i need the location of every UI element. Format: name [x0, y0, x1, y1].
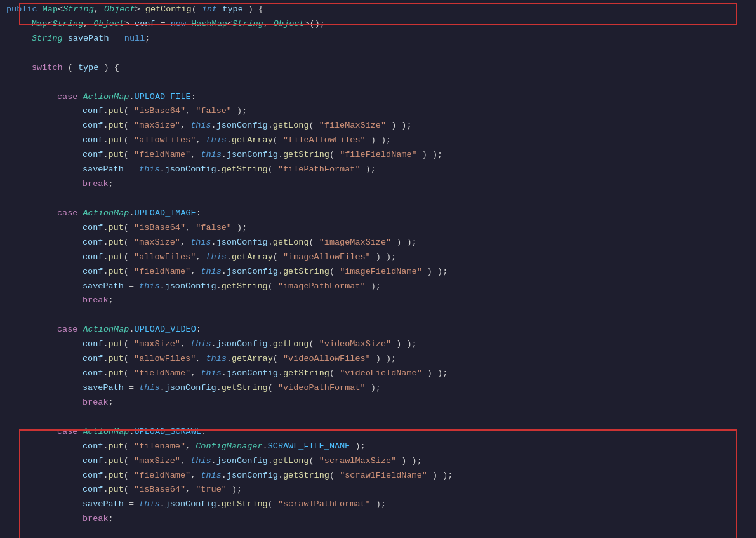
line-23: case ActionMap.UPLOAD_VIDEO: — [0, 323, 756, 337]
line-35: savePath = this.jsonConfig.getString( "s… — [0, 497, 756, 512]
line-15: case ActionMap.UPLOAD_IMAGE: — [0, 206, 756, 221]
line-4 — [0, 46, 756, 61]
line-19: conf.put( "fieldName", this.jsonConfig.g… — [0, 265, 756, 279]
line-9: conf.put( "maxSize", this.jsonConfig.get… — [0, 119, 756, 133]
line-27: savePath = this.jsonConfig.getString( "v… — [0, 381, 756, 396]
line-34: conf.put( "isBase64", "true" ); — [0, 483, 756, 497]
line-28: break; — [0, 396, 756, 410]
line-16: conf.put( "isBase64", "false" ); — [0, 221, 756, 236]
line-26: conf.put( "fieldName", this.jsonConfig.g… — [0, 367, 756, 381]
line-22 — [0, 308, 756, 323]
line-25: conf.put( "allowFiles", this.getArray( "… — [0, 352, 756, 367]
line-14 — [0, 192, 756, 206]
line-21: break; — [0, 293, 756, 308]
line-36: break; — [0, 512, 756, 527]
line-20: savePath = this.jsonConfig.getString( "i… — [0, 279, 756, 294]
code-content: public Map<String, Object> getConfig( in… — [0, 0, 756, 538]
line-12: savePath = this.jsonConfig.getString( "f… — [0, 163, 756, 177]
line-11: conf.put( "fieldName", this.jsonConfig.g… — [0, 148, 756, 163]
code-editor: public Map<String, Object> getConfig( in… — [0, 0, 756, 538]
line-13: break; — [0, 177, 756, 192]
line-18: conf.put( "allowFiles", this.getArray( "… — [0, 250, 756, 265]
line-10: conf.put( "allowFiles", this.getArray( "… — [0, 133, 756, 148]
line-3: String savePath = null; — [0, 32, 756, 46]
line-33: conf.put( "fieldName", this.jsonConfig.g… — [0, 469, 756, 483]
line-29 — [0, 410, 756, 425]
line-37 — [0, 527, 756, 538]
line-32: conf.put( "maxSize", this.jsonConfig.get… — [0, 454, 756, 469]
line-24: conf.put( "maxSize", this.jsonConfig.get… — [0, 337, 756, 352]
line-8: conf.put( "isBase64", "false" ); — [0, 104, 756, 119]
line-30: case ActionMap.UPLOAD_SCRAWL: — [0, 425, 756, 440]
line-5: switch ( type ) { — [0, 61, 756, 76]
line-17: conf.put( "maxSize", this.jsonConfig.get… — [0, 236, 756, 250]
line-31: conf.put( "filename", ConfigManager.SCRA… — [0, 440, 756, 454]
line-2: Map<String, Object> conf = new HashMap<S… — [0, 17, 756, 32]
line-1: public Map<String, Object> getConfig( in… — [0, 3, 756, 17]
line-7: case ActionMap.UPLOAD_FILE: — [0, 90, 756, 105]
line-6 — [0, 76, 756, 90]
